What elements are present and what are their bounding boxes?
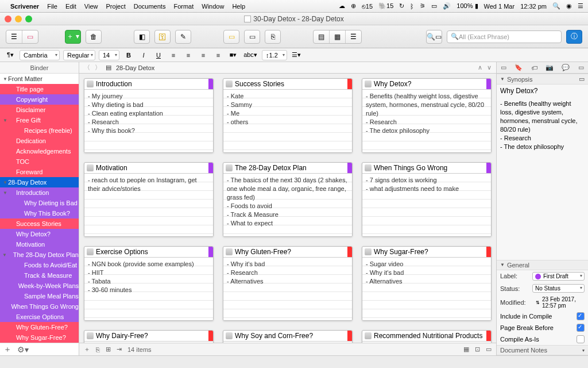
card-title[interactable]: Introduction xyxy=(96,80,132,88)
bold-button[interactable]: B xyxy=(123,50,134,60)
add-item-button[interactable]: ＋ xyxy=(3,344,11,355)
synopsis-title[interactable]: Why Detox? xyxy=(497,85,588,97)
label-button[interactable]: ▭ xyxy=(223,30,239,44)
status-select[interactable]: No Status xyxy=(532,284,585,293)
nav-fwd-button[interactable]: 〉 xyxy=(95,63,101,72)
highlight-button[interactable]: abc▾ xyxy=(242,50,258,60)
general-header[interactable]: ▼General xyxy=(497,260,588,270)
binder-item[interactable]: Why Gluten-Free? xyxy=(0,322,79,332)
menu-edit[interactable]: Edit xyxy=(65,3,76,10)
binder-item[interactable]: Sample Meal Plans xyxy=(0,291,79,301)
footer-view-label[interactable]: ▭ xyxy=(486,346,492,353)
footer-gear-button[interactable]: ⎘ xyxy=(96,346,100,353)
minimize-button[interactable] xyxy=(15,16,22,22)
cork-view-button[interactable]: ▦ xyxy=(330,30,346,43)
footer-add-button[interactable]: ＋ xyxy=(84,345,90,354)
binder-item[interactable]: Track & Measure xyxy=(0,270,79,281)
binder-item[interactable]: ▼28-Day Detox xyxy=(0,177,79,187)
card-title[interactable]: Why Soy and Corn-Free? xyxy=(235,332,313,340)
status-icon[interactable]: ↻ xyxy=(399,2,404,10)
tab-bookmarks-icon[interactable]: 🔖 xyxy=(514,64,523,71)
footer-stack-button[interactable]: ⊞ xyxy=(106,346,111,353)
card-synopsis[interactable]: reach out to people on Instagram, get th… xyxy=(84,174,213,236)
binder-item[interactable]: Acknowledgements xyxy=(0,146,79,156)
binder-item[interactable]: Copywright xyxy=(0,94,79,105)
index-card[interactable]: Why Detox?Benefits (healthy weight loss,… xyxy=(362,78,492,153)
nav-back-button[interactable]: 〈 xyxy=(84,63,90,72)
binder-item[interactable]: Why Dieting is Bad xyxy=(0,198,79,208)
card-title[interactable]: Motivation xyxy=(96,164,127,172)
align-justify-button[interactable]: ≡ xyxy=(212,50,224,60)
binder-toggle-icon[interactable]: ☰ xyxy=(6,30,22,43)
bluetooth-icon[interactable]: ᛒ xyxy=(410,3,414,10)
italic-button[interactable]: I xyxy=(138,50,149,60)
card-title[interactable]: Success Stories xyxy=(235,80,284,88)
nav-down-button[interactable]: ∨ xyxy=(487,64,492,71)
binder-item[interactable]: Dedication xyxy=(0,136,79,146)
text-color-button[interactable]: ■▾ xyxy=(227,50,239,60)
card-synopsis[interactable]: The basics of the next 30 days (2 shakes… xyxy=(223,174,352,236)
gear-button[interactable]: ⚙▾ xyxy=(17,345,29,354)
font-size-select[interactable]: 14 xyxy=(99,50,119,60)
styles-button[interactable]: ¶▾ xyxy=(5,50,16,60)
quick-search-button[interactable]: 🔍▭ xyxy=(426,30,442,44)
card-synopsis[interactable]: My journeyWhy dieting is badClean eating… xyxy=(84,90,213,152)
key-button[interactable]: ⚿ xyxy=(154,30,171,44)
card-synopsis[interactable]: NGN book (provide some examples)HIITTaba… xyxy=(84,258,213,320)
index-card[interactable]: When Things Go Wrong7 signs detox is wor… xyxy=(362,162,492,237)
synopsis-header[interactable]: ▼Synopsis▭ xyxy=(497,74,588,85)
binder-item[interactable]: TOC xyxy=(0,156,79,167)
index-card[interactable]: IntroductionMy journeyWhy dieting is bad… xyxy=(84,78,214,153)
font-weight-select[interactable]: Regular xyxy=(63,50,95,60)
index-card[interactable]: Success StoriesKateSammyMeothers xyxy=(223,78,353,153)
app-name[interactable]: Scrivener xyxy=(10,3,39,10)
display-icon[interactable]: ▭ xyxy=(431,2,437,10)
binder-item[interactable]: Success Stories xyxy=(0,218,79,229)
volume-icon[interactable]: 🔊 xyxy=(443,2,451,10)
index-card[interactable]: Why Soy and Corn-Free?Why badResearchAlt… xyxy=(223,330,353,343)
index-card[interactable]: Why Sugar-Free?Sugar videoWhy it's badAl… xyxy=(362,246,492,321)
siri-icon[interactable]: ◉ xyxy=(566,2,572,10)
underline-button[interactable]: U xyxy=(153,50,164,60)
time[interactable]: 12:32 pm xyxy=(520,3,547,10)
font-family-select[interactable]: Cambria xyxy=(20,50,60,60)
compile-asis-checkbox[interactable] xyxy=(577,335,585,343)
index-card[interactable]: Recommended Nutritional ProductsArbonne … xyxy=(362,330,492,343)
index-card[interactable]: Exercise OptionsNGN book (provide some e… xyxy=(84,246,214,321)
edit-button[interactable]: ✎ xyxy=(175,30,191,44)
notifications-icon[interactable]: ☰ xyxy=(578,2,583,10)
list-button[interactable]: ☰▾ xyxy=(291,50,302,60)
tab-notes-icon[interactable]: ▭ xyxy=(501,64,506,71)
index-card[interactable]: Why Gluten-Free?Why it's badResearchAlte… xyxy=(223,246,353,321)
card-synopsis[interactable]: Why it's badResearchAlternatives xyxy=(223,258,352,320)
binder-item[interactable]: Why Detox? xyxy=(0,229,79,239)
binder-item[interactable]: ▼The 28-Day Detox Plan xyxy=(0,250,79,260)
search-field[interactable]: 🔍 All (Exact Phrase) xyxy=(447,30,562,43)
include-compile-checkbox[interactable] xyxy=(577,312,585,320)
index-card[interactable]: Why Dairy-Free?Why it can be badResearch… xyxy=(84,330,214,343)
menu-help[interactable]: Help xyxy=(232,3,245,10)
binder-item[interactable]: Week-by-Week Plans xyxy=(0,281,79,291)
outline-view-button[interactable]: ☰ xyxy=(346,30,361,43)
status-icon[interactable]: ☁ xyxy=(339,2,345,10)
card-synopsis[interactable]: Sugar videoWhy it's badAlternatives xyxy=(362,258,491,320)
footer-view-free[interactable]: ⊡ xyxy=(475,346,480,353)
snapshot-button[interactable]: ⎘ xyxy=(265,30,281,44)
doc-view-button[interactable]: ▤ xyxy=(314,30,330,43)
footer-open-button[interactable]: ⇥ xyxy=(117,346,122,353)
card-title[interactable]: When Things Go Wrong xyxy=(374,164,447,172)
footer-view-grid[interactable]: ▦ xyxy=(463,346,469,353)
battery-status[interactable]: 100% ▮ xyxy=(457,2,478,10)
collections-toggle-icon[interactable]: ▭ xyxy=(22,30,38,43)
status-icon[interactable]: ⎋15 xyxy=(362,3,373,10)
card-title[interactable]: Why Gluten-Free? xyxy=(235,248,291,256)
menu-view[interactable]: View xyxy=(84,3,98,10)
binder-item[interactable]: Foods to Avoid/Eat xyxy=(0,260,79,270)
binder-layout-toggle[interactable]: ☰▭ xyxy=(6,30,38,44)
doc-notes-header[interactable]: Document Notes▾ xyxy=(497,345,588,355)
close-button[interactable] xyxy=(5,16,11,22)
card-title[interactable]: Recommended Nutritional Products xyxy=(374,332,482,340)
corkboard[interactable]: IntroductionMy journeyWhy dieting is bad… xyxy=(79,74,496,343)
index-card[interactable]: Motivationreach out to people on Instagr… xyxy=(84,162,214,237)
tab-comments-icon[interactable]: 💬 xyxy=(562,64,570,71)
